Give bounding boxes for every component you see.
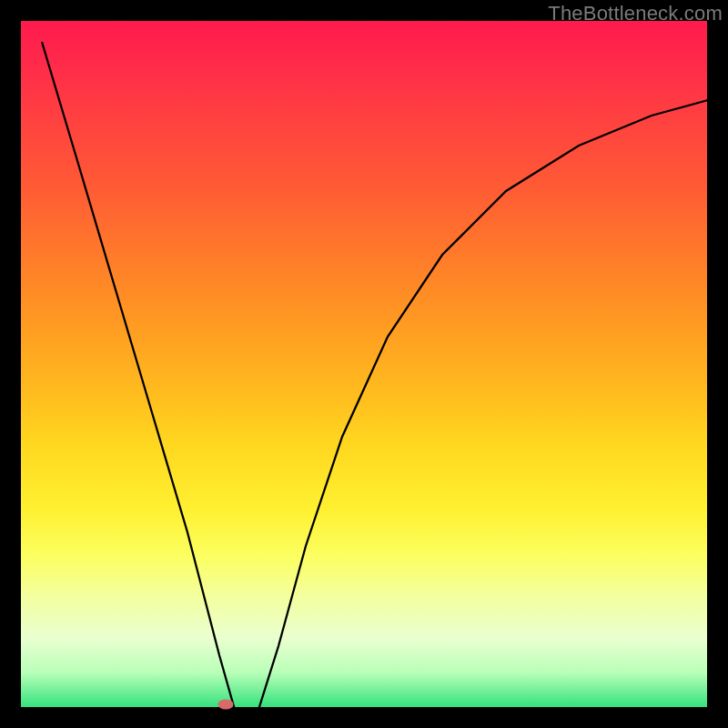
bottleneck-curve: [42, 42, 728, 728]
watermark-text: TheBottleneck.com: [548, 2, 723, 25]
chart-plot-area: [21, 21, 707, 707]
optimal-point-marker: [218, 700, 234, 710]
curve-path: [42, 42, 728, 725]
